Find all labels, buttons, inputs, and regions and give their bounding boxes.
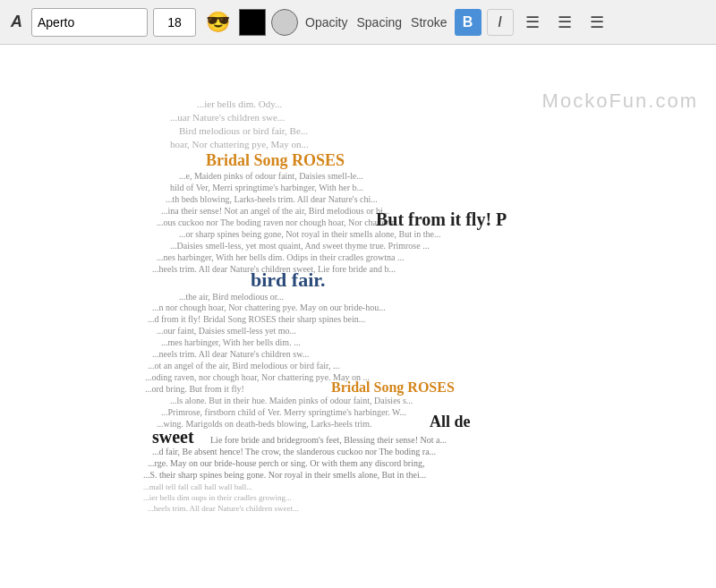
- svg-text:...Daisies smell-less, yet mos: ...Daisies smell-less, yet most quaint, …: [170, 241, 430, 251]
- word-cloud: ...ier bells dim. Ody... ...uar Nature's…: [125, 89, 573, 573]
- svg-point-0: [260, 89, 385, 237]
- svg-text:But from it fly! P: But from it fly! P: [376, 209, 507, 230]
- svg-text:All de: All de: [430, 413, 471, 430]
- svg-text:...or sharp spines being gone,: ...or sharp spines being gone, Not royal…: [179, 229, 440, 239]
- svg-text:...n nor chough hoar, Nor chat: ...n nor chough hoar, Nor chattering pye…: [152, 303, 386, 312]
- align-right-button[interactable]: ☰: [584, 9, 610, 36]
- svg-text:...ina their sense! Not an ang: ...ina their sense! Not an angel of the …: [161, 206, 389, 216]
- svg-text:...th beds blowing, Larks-heel: ...th beds blowing, Larks-heels trim. Al…: [166, 194, 378, 204]
- align-left-button[interactable]: ☰: [519, 9, 546, 36]
- svg-text:Lie fore bride and bridegroom': Lie fore bride and bridegroom's feet, Bl…: [210, 435, 447, 445]
- svg-text:...S. their sharp spines being: ...S. their sharp spines being gone. Nor…: [143, 470, 426, 480]
- svg-text:sweet: sweet: [152, 427, 194, 447]
- color-swatch-black[interactable]: [239, 9, 266, 36]
- align-center-button[interactable]: ☰: [551, 9, 578, 36]
- svg-text:...ous cuckoo nor The boding r: ...ous cuckoo nor The boding raven nor c…: [157, 217, 403, 227]
- svg-rect-1: [215, 224, 448, 564]
- stroke-label[interactable]: Stroke: [409, 15, 448, 30]
- svg-text:...wing. Marigolds on death-be: ...wing. Marigolds on death-beds blowing…: [157, 419, 372, 429]
- font-name-input[interactable]: [31, 8, 148, 37]
- font-icon: A: [7, 13, 26, 31]
- opacity-label[interactable]: Opacity: [303, 15, 349, 30]
- canvas-area[interactable]: MockoFun.com ...ier bells dim. Ody... ..…: [0, 45, 716, 588]
- svg-text:...the air, Bird melodious or.: ...the air, Bird melodious or...: [179, 292, 284, 302]
- font-size-input[interactable]: [153, 8, 196, 37]
- svg-text:...our faint, Daisies smell-le: ...our faint, Daisies smell-less yet mo.…: [157, 326, 296, 336]
- svg-text:...Primrose, firstborn child o: ...Primrose, firstborn child of Ver. Mer…: [161, 407, 406, 417]
- svg-text:...heels trim. All dear Nature: ...heels trim. All dear Nature's childre…: [148, 504, 299, 513]
- italic-button[interactable]: I: [487, 9, 514, 36]
- svg-text:...rge. May on our bride-house: ...rge. May on our bride-house perch or …: [148, 458, 424, 468]
- svg-text:Bridal Song ROSES: Bridal Song ROSES: [331, 379, 455, 396]
- svg-text:bird fair.: bird fair.: [251, 268, 326, 291]
- svg-text:...uar Nature's children swe..: ...uar Nature's children swe...: [170, 112, 285, 123]
- svg-text:...e, Maiden pinks of odour fa: ...e, Maiden pinks of odour faint, Daisi…: [179, 171, 363, 181]
- svg-text:...ot an angel of the air, Bir: ...ot an angel of the air, Bird melodiou…: [148, 361, 339, 371]
- emoji-button[interactable]: 😎: [201, 6, 234, 38]
- svg-text:...ls alone. But in their hue.: ...ls alone. But in their hue. Maiden pi…: [170, 396, 413, 405]
- bold-button[interactable]: B: [455, 9, 482, 36]
- svg-text:...d fair, Be absent hence! Th: ...d fair, Be absent hence! The crow, th…: [152, 447, 436, 456]
- svg-text:...ier bells dim oups in their: ...ier bells dim oups in their cradles g…: [143, 493, 292, 502]
- svg-text:...ord bring. But from it fly!: ...ord bring. But from it fly!: [145, 384, 244, 394]
- svg-text:...d from it fly! Bridal Song : ...d from it fly! Bridal Song ROSES thei…: [148, 314, 365, 324]
- svg-text:Bridal Song ROSES: Bridal Song ROSES: [206, 151, 345, 169]
- svg-text:...ier bells dim. Ody...: ...ier bells dim. Ody...: [197, 98, 282, 109]
- svg-text:hild of Ver, Merri springtime': hild of Ver, Merri springtime's harbinge…: [170, 183, 363, 192]
- watermark: MockoFun.com: [542, 89, 698, 113]
- svg-text:...mes harbinger, With her bel: ...mes harbinger, With her bells dim. ..…: [161, 337, 301, 347]
- spacing-label[interactable]: Spacing: [354, 15, 404, 30]
- svg-text:...heels trim. All dear Nature: ...heels trim. All dear Nature's childre…: [152, 264, 396, 274]
- color-swatch-white[interactable]: [271, 9, 298, 36]
- svg-text:...oding raven, nor chough hoa: ...oding raven, nor chough hoar, Nor cha…: [145, 372, 370, 382]
- toolbar: A 😎 Opacity Spacing Stroke B I ☰ ☰ ☰: [0, 0, 716, 45]
- svg-text:...neels trim. All dear Nature: ...neels trim. All dear Nature's childre…: [152, 349, 309, 359]
- svg-text:...nes harbinger, With her bel: ...nes harbinger, With her bells dim. Od…: [157, 252, 404, 262]
- svg-text:hoar, Nor chattering pye, May : hoar, Nor chattering pye, May on...: [170, 139, 309, 149]
- svg-text:...mall tell fall call hall wa: ...mall tell fall call hall wall ball...: [143, 482, 252, 491]
- svg-text:Bird melodious or bird fair, B: Bird melodious or bird fair, Be...: [179, 125, 308, 136]
